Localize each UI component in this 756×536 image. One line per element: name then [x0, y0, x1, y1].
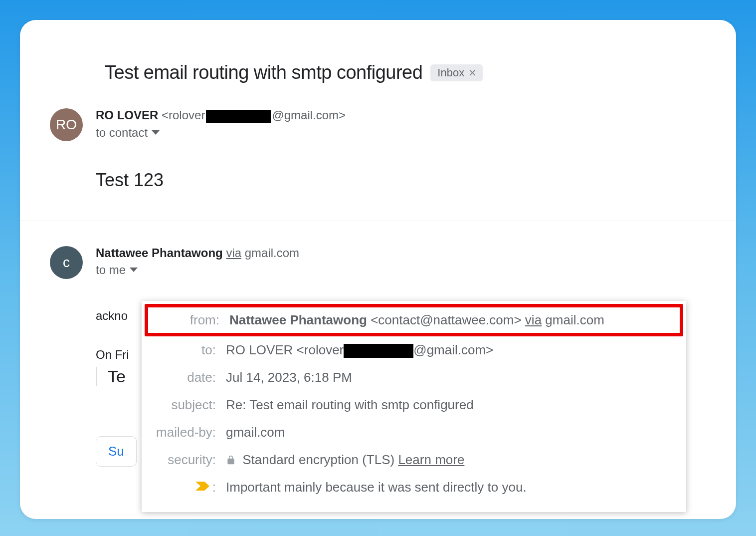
sender-name: RO LOVER	[96, 108, 158, 122]
to-line[interactable]: to contact	[96, 126, 160, 140]
details-value: Standard encryption (TLS) Learn more	[226, 450, 674, 470]
details-security-row: security: Standard encryption (TLS) Lear…	[142, 446, 686, 474]
suggest-button[interactable]: Su	[96, 436, 137, 467]
inbox-chip-label: Inbox	[437, 66, 464, 79]
details-subject-row: subject: Re: Test email routing with smt…	[142, 391, 686, 419]
details-mailedby-row: mailed-by: gmail.com	[142, 419, 686, 446]
details-value: RO LOVER <rolover@gmail.com>	[226, 340, 674, 360]
sender-line: RO LOVER <rolover@gmail.com>	[96, 108, 706, 123]
to-line-text: to me	[96, 263, 126, 277]
sender-email-prefix: <rolover	[162, 108, 205, 122]
details-key: mailed-by:	[154, 423, 216, 442]
sender-name: Nattawee Phantawong	[96, 246, 223, 260]
details-key: to:	[154, 340, 216, 360]
details-key: from:	[157, 310, 219, 330]
avatar[interactable]: RO	[50, 108, 83, 141]
message-divider	[20, 221, 736, 221]
details-date-row: date: Jul 14, 2023, 6:18 PM	[142, 364, 686, 391]
close-icon[interactable]: ✕	[468, 67, 477, 79]
avatar[interactable]: c	[50, 246, 83, 279]
chevron-down-icon	[152, 130, 160, 135]
details-value: Important mainly because it was sent dir…	[226, 478, 674, 497]
subject-text: Test email routing with smtp configured	[105, 62, 422, 83]
avatar-initials: c	[63, 255, 70, 270]
redacted-block	[344, 344, 413, 358]
details-value: Nattawee Phantawong <contact@nattawee.co…	[229, 310, 671, 330]
details-from-name: Nattawee Phantawong	[229, 312, 367, 327]
subject-row: Test email routing with smtp configured …	[20, 20, 736, 93]
avatar-initials: RO	[56, 117, 77, 133]
details-to-suffix: @gmail.com>	[413, 342, 493, 357]
details-importance-row: : Important mainly because it was sent d…	[142, 474, 686, 501]
via-label: via	[226, 246, 241, 260]
suggest-button-label: Su	[108, 444, 124, 459]
lock-icon	[226, 451, 236, 461]
to-line-text: to contact	[96, 126, 148, 140]
details-to-prefix: RO LOVER <rolover	[226, 342, 344, 357]
details-security-text: Standard encryption (TLS)	[242, 452, 394, 467]
sender-email-suffix: @gmail.com>	[272, 108, 346, 122]
details-key: :	[154, 478, 216, 497]
details-value: Re: Test email routing with smtp configu…	[226, 395, 674, 415]
details-via-domain: gmail.com	[545, 312, 604, 327]
details-via-label: via	[525, 312, 542, 327]
details-to-row: to: RO LOVER <rolover@gmail.com>	[142, 336, 686, 364]
message-body: Test 123	[96, 170, 706, 191]
message-details-popover: from: Nattawee Phantawong <contact@natta…	[142, 301, 686, 512]
email-card: Test email routing with smtp configured …	[20, 20, 736, 519]
details-from-row: from: Nattawee Phantawong <contact@natta…	[145, 304, 683, 336]
details-key: date:	[154, 368, 216, 387]
details-from-email: <contact@nattawee.com>	[371, 312, 521, 327]
details-value: gmail.com	[226, 423, 674, 442]
to-line[interactable]: to me	[96, 263, 138, 277]
importance-icon	[194, 478, 210, 497]
via-domain: gmail.com	[245, 246, 299, 260]
inbox-label-chip[interactable]: Inbox ✕	[430, 64, 483, 81]
learn-more-link[interactable]: Learn more	[398, 452, 464, 467]
message-1: RO RO LOVER <rolover@gmail.com> to conta…	[20, 93, 736, 211]
redacted-block	[206, 110, 271, 123]
message-1-content: RO LOVER <rolover@gmail.com> to contact …	[96, 108, 706, 191]
details-key: security:	[154, 450, 216, 470]
details-key: subject:	[154, 395, 216, 415]
details-value: Jul 14, 2023, 6:18 PM	[226, 368, 674, 387]
sender-line: Nattawee Phantawong via gmail.com	[96, 246, 706, 260]
chevron-down-icon	[130, 268, 138, 272]
details-importance-key: :	[212, 478, 216, 497]
